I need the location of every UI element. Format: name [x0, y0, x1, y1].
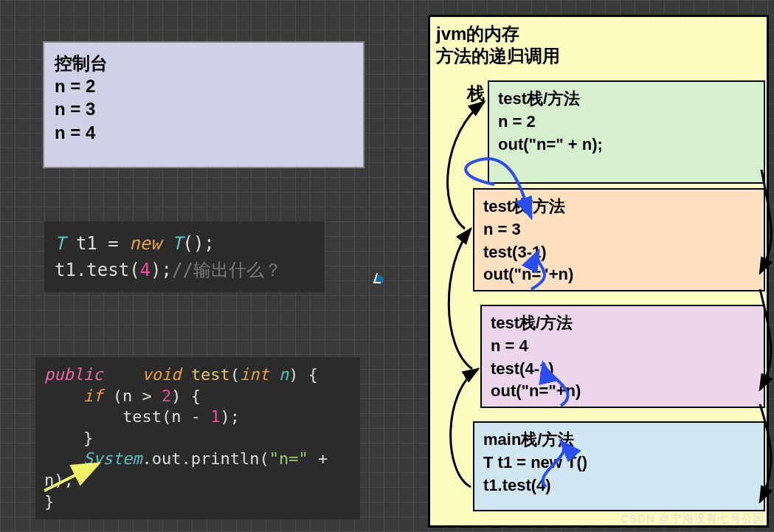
token-cond: (n > — [113, 387, 162, 405]
frame-title: main栈/方法 — [483, 429, 755, 452]
frame-title: test栈/方法 — [491, 312, 755, 335]
token-void: void — [142, 365, 181, 384]
token-system: System — [83, 449, 142, 468]
token-call: t1.test — [55, 260, 129, 280]
token-fn: test — [191, 365, 230, 384]
token-public: public — [44, 365, 103, 384]
frame-line: n = 2 — [498, 111, 755, 134]
frame-line: out("n="+n) — [483, 263, 755, 286]
token-ctor: T — [172, 233, 182, 254]
stack-frame-main: main栈/方法 T t1 = new T() t1.test(4) — [473, 421, 765, 511]
console-panel: 控制台 n = 2 n = 3 n = 4 — [43, 41, 364, 168]
stack-label: 栈 — [467, 82, 485, 106]
token-if: if — [83, 387, 103, 405]
stack-frame-test-n2: test栈/方法 n = 2 out("n=" + n); — [488, 80, 765, 184]
token-var: t1 — [76, 233, 97, 254]
frame-line: t1.test(4) — [483, 474, 755, 497]
method-code-block: public void test(int n) { if (n > 2) { t… — [35, 357, 360, 519]
token-new: new — [129, 233, 161, 254]
frame-line: test(3-1) — [483, 241, 755, 264]
frame-line: out("n=" + n); — [498, 134, 755, 156]
frame-line: n = 3 — [483, 218, 755, 241]
frame-title: test栈/方法 — [498, 88, 755, 111]
jvm-memory-panel: jvm的内存 方法的递归调用 栈 test栈/方法 n = 2 out("n="… — [428, 15, 769, 528]
token-comment: //输出什么？ — [172, 260, 282, 280]
token-int: int — [240, 365, 269, 384]
stack-frame-test-n4: test栈/方法 n = 4 test(4-1) out("n="+n) — [480, 305, 765, 408]
caller-code-block: T t1 = new T(); t1.test(4);//输出什么？ — [44, 221, 325, 292]
frame-title: test栈/方法 — [483, 196, 755, 218]
frame-line: T t1 = new T() — [483, 452, 755, 474]
jvm-title-line1: jvm的内存 — [436, 23, 761, 45]
token-param: n — [279, 365, 288, 384]
console-title: 控制台 — [55, 52, 353, 75]
token-arg: 4 — [140, 260, 151, 280]
console-line: n = 4 — [55, 121, 353, 144]
console-line: n = 3 — [55, 97, 353, 120]
frame-line: n = 4 — [491, 335, 755, 358]
watermark: CSDN @宁海没有七号公园 — [621, 512, 765, 526]
token-type: T — [55, 233, 65, 254]
token-recurse: test(n - — [122, 407, 210, 426]
jvm-title-line2: 方法的递归调用 — [436, 45, 761, 67]
stack-frame-test-n3: test栈/方法 n = 3 test(3-1) out("n="+n) — [473, 188, 765, 291]
frame-line: test(4-1) — [491, 358, 755, 381]
cursor-icon — [373, 273, 385, 286]
console-line: n = 2 — [55, 75, 353, 97]
frame-line: out("n="+n) — [491, 380, 755, 403]
